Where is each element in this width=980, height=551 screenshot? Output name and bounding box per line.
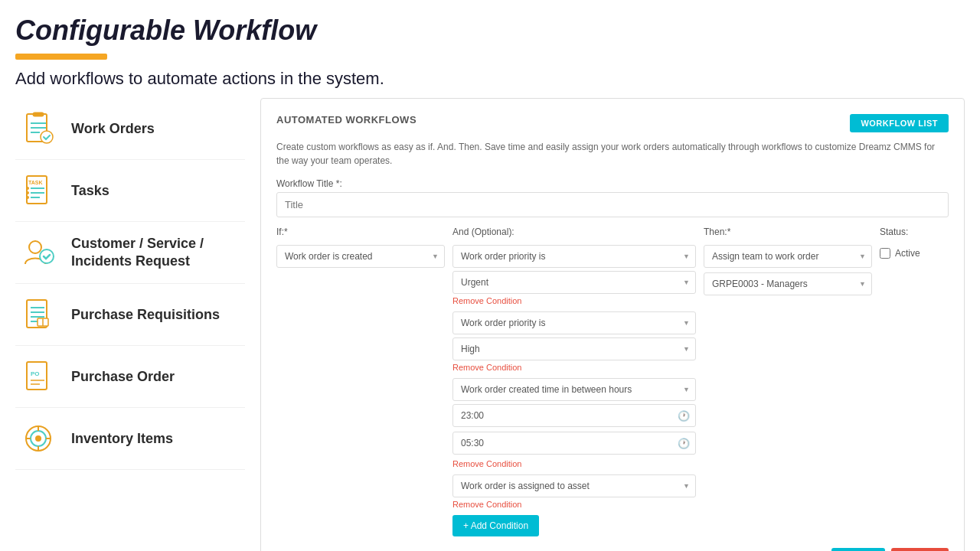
sidebar-item-tasks[interactable]: TASK Tasks <box>15 160 245 222</box>
svg-text:PO: PO <box>31 370 40 377</box>
save-button[interactable]: Save <box>831 548 885 551</box>
clock-icon-2: 🕐 <box>678 438 690 449</box>
condition-4-field-select[interactable]: Work order is assigned to asset <box>452 474 696 497</box>
sidebar-item-work-orders[interactable]: Work Orders <box>15 98 245 160</box>
condition-3-field-select[interactable]: Work order created time in between hours <box>452 378 696 401</box>
svg-point-11 <box>26 187 29 190</box>
grpe-select[interactable]: GRPE0003 - Managers <box>704 272 872 295</box>
condition-2-field-select[interactable]: Work order priority is <box>452 311 696 334</box>
if-select-wrapper: Work order is created <box>276 245 445 268</box>
and-col-label: And (Optional): <box>452 227 696 237</box>
if-col-label: If:* <box>276 227 445 237</box>
remove-condition-1[interactable]: Remove Condition <box>452 296 696 305</box>
workflow-title-input[interactable] <box>276 192 949 217</box>
inventory-icon <box>19 419 57 458</box>
panel-description: Create custom workflows as easy as if. A… <box>276 140 949 168</box>
svg-point-15 <box>40 249 54 263</box>
svg-point-29 <box>35 435 41 442</box>
and-conditions-column: Work order priority is Urgent Remove Con… <box>452 245 696 536</box>
purchase-req-icon <box>19 295 57 334</box>
if-select[interactable]: Work order is created <box>276 245 445 268</box>
workflow-panel: AUTOMATED WORKFLOWS WORKFLOW LIST Create… <box>260 98 965 551</box>
condition-3-time2-input[interactable] <box>452 432 696 455</box>
then-column: Assign team to work order GRPE0003 - Man… <box>704 245 872 295</box>
sidebar-item-work-orders-label: Work Orders <box>71 120 155 138</box>
clock-icon-1: 🕐 <box>678 410 690 422</box>
remove-condition-3[interactable]: Remove Condition <box>452 459 696 468</box>
remove-condition-4[interactable]: Remove Condition <box>452 500 696 509</box>
svg-text:TASK: TASK <box>28 180 43 185</box>
remove-condition-2[interactable]: Remove Condition <box>452 363 696 372</box>
then-col-label: Then:* <box>704 227 872 237</box>
customer-service-icon <box>19 233 57 272</box>
active-label: Active <box>895 248 920 259</box>
then-select[interactable]: Assign team to work order <box>704 245 872 268</box>
sidebar-item-purchase-order[interactable]: PO Purchase Order <box>15 346 245 408</box>
active-checkbox[interactable] <box>880 248 890 259</box>
clipboard-check-icon <box>19 109 57 148</box>
sidebar-item-tasks-label: Tasks <box>71 182 109 200</box>
condition-2-value-select[interactable]: High <box>452 337 696 360</box>
svg-point-5 <box>41 131 53 143</box>
condition-3-time1-input[interactable] <box>452 404 696 427</box>
task-list-icon: TASK <box>19 171 57 210</box>
sidebar-item-customer-service[interactable]: Customer / Service / Incidents Request <box>15 222 245 284</box>
add-condition-button[interactable]: + Add Condition <box>452 515 539 536</box>
panel-title: AUTOMATED WORKFLOWS <box>276 114 416 126</box>
page-title: Configurable Workflow <box>15 15 957 46</box>
purchase-order-icon: PO <box>19 357 57 396</box>
status-column: Active <box>880 245 949 259</box>
condition-1-value-select[interactable]: Urgent <box>452 271 696 294</box>
sidebar-item-inventory-items[interactable]: Inventory Items <box>15 408 245 470</box>
workflow-list-button[interactable]: WORKFLOW LIST <box>850 114 949 132</box>
orange-bar <box>15 54 107 60</box>
cancel-button[interactable]: Cancel <box>891 548 949 551</box>
sidebar-item-purchase-order-label: Purchase Order <box>71 368 175 386</box>
svg-rect-1 <box>33 112 44 116</box>
svg-point-14 <box>29 241 41 253</box>
sidebar-item-purchase-req-label: Purchase Requisitions <box>71 306 220 324</box>
condition-1-field-select[interactable]: Work order priority is <box>452 245 696 268</box>
sidebar-item-purchase-requisitions[interactable]: Purchase Requisitions <box>15 284 245 346</box>
sidebar-item-inventory-label: Inventory Items <box>71 430 173 448</box>
sidebar-item-customer-label: Customer / Service / Incidents Request <box>71 235 241 271</box>
svg-point-12 <box>26 191 29 194</box>
page-subtitle: Add workflows to automate actions in the… <box>15 67 957 91</box>
sidebar: Work Orders TASK Tasks <box>15 98 245 551</box>
status-col-label: Status: <box>880 227 949 237</box>
svg-point-13 <box>26 196 29 199</box>
workflow-title-label: Workflow Title *: <box>276 178 949 189</box>
